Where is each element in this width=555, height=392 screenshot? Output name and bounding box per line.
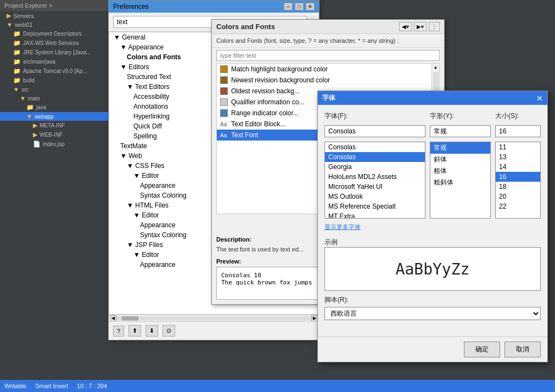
restore-button[interactable]: ⊙ xyxy=(162,325,175,337)
font-ok-button[interactable]: 确定 xyxy=(464,341,500,357)
font-size-item-13[interactable]: 13 xyxy=(496,152,540,162)
tree-webapp[interactable]: ▼ webapp xyxy=(0,112,108,121)
tree-java[interactable]: 📁 java xyxy=(0,103,108,112)
scroll-left-button[interactable]: ◀ xyxy=(110,315,116,322)
import-button[interactable]: ⬆ xyxy=(128,325,141,337)
colors-fonts-description: Colors and Fonts (font, size, type, ? = … xyxy=(212,34,444,48)
font-list-col: Consolas Consolas Georgia HoloLens MDL2 … xyxy=(324,142,425,219)
list-item-newest-revision[interactable]: Newest revision background color xyxy=(217,75,431,86)
font-size-item-14[interactable]: 14 xyxy=(496,162,540,172)
font-cancel-button[interactable]: 取消 xyxy=(504,341,541,357)
tree-item-label: index.jsp xyxy=(43,141,64,147)
show-more-fonts-link[interactable]: 显示更多字体 xyxy=(324,223,361,230)
tree-deployment[interactable]: 📁 Deployment Descriptors xyxy=(0,29,108,38)
tree-item-label: META-INF xyxy=(40,122,65,128)
font-style-list[interactable]: 常规 斜体 粗体 粗斜体 xyxy=(430,142,491,219)
tree-build[interactable]: 📁 build xyxy=(0,76,108,85)
folder-icon: 📁 xyxy=(13,49,21,56)
statusbar: Writable Smart Insert 10 : 7 : 204 xyxy=(0,380,555,392)
tree-tomcat[interactable]: 📁 Apache Tomcat v9.0 [Ap... xyxy=(0,66,108,76)
tree-src[interactable]: ▼ src xyxy=(0,85,108,94)
explorer-title: Project Explorer × xyxy=(0,0,108,11)
preferences-maximize-button[interactable]: □ xyxy=(295,3,304,10)
preferences-horizontal-scrollbar[interactable]: ◀ ▶ xyxy=(109,315,319,321)
font-size-list[interactable]: 11 13 14 16 18 20 22 xyxy=(495,142,541,219)
tree-item-label: JAX-WS Web Services xyxy=(23,40,79,46)
tree-web01[interactable]: ▼ web01 xyxy=(0,20,108,29)
font-list-item-ms-reference[interactable]: MS Reference Specialt xyxy=(325,201,425,211)
tree-item-label: web01 xyxy=(15,21,32,28)
colors-fonts-filter-input[interactable] xyxy=(216,50,440,61)
font-list-item-consolas-selected[interactable]: Consolas xyxy=(325,152,425,162)
tree-item-label: build xyxy=(23,77,35,83)
font-script-label: 脚本(R): xyxy=(324,295,541,305)
ide-left-panel: Project Explorer × ▶ Servers ▼ web01 📁 D… xyxy=(0,0,108,392)
font-list-item-consolas[interactable]: Consolas xyxy=(325,142,425,152)
font-size-item-16[interactable]: 16 xyxy=(496,172,540,182)
tree-metainf[interactable]: ▶ META-INF xyxy=(0,121,108,130)
tree-main[interactable]: ▼ main xyxy=(0,94,108,103)
forward-button[interactable]: ▶▾ xyxy=(414,22,427,31)
tree-item-label: Servers xyxy=(13,13,34,19)
preferences-minimize-button[interactable]: ─ xyxy=(284,3,293,10)
font-style-item-regular[interactable]: 常规 xyxy=(430,142,490,154)
font-dialog: 字体 ✕ 字体(F): 字形(Y): 大小(S): xyxy=(317,91,548,362)
font-script-select[interactable]: 西欧语言 xyxy=(324,307,541,320)
preferences-close-button[interactable]: ✕ xyxy=(306,3,315,10)
font-size-input[interactable] xyxy=(495,125,541,137)
folder-icon: 📁 xyxy=(13,77,21,84)
font-style-item-bold-italic[interactable]: 粗斜体 xyxy=(430,177,490,188)
tree-item-label: Apache Tomcat v9.0 [Ap... xyxy=(23,68,87,74)
font-show-more-row: 显示更多字体 xyxy=(324,223,541,231)
font-name-input[interactable] xyxy=(324,125,425,137)
help-button[interactable]: ? xyxy=(113,326,124,337)
font-preview-section: 示例 AaBbYyZz xyxy=(324,236,541,291)
tree-item-label: webapp xyxy=(35,114,54,120)
font-list-item-georgia[interactable]: Georgia xyxy=(325,162,425,172)
color-box xyxy=(220,98,228,106)
font-inputs-row xyxy=(324,125,541,137)
font-size-item-22[interactable]: 22 xyxy=(496,201,540,211)
font-list-item-mt-extra[interactable]: MT Extra xyxy=(325,211,425,219)
font-style-label: 字形(Y): xyxy=(430,111,491,121)
font-size-item-20[interactable]: 20 xyxy=(496,192,540,201)
font-name-list[interactable]: Consolas Consolas Georgia HoloLens MDL2 … xyxy=(324,142,425,219)
scroll-up-arrow[interactable]: ▲ xyxy=(433,64,439,71)
list-item-label: Newest revision background color xyxy=(231,76,330,84)
list-item-label: Range indicator color... xyxy=(231,109,299,117)
font-list-item-ms-outlook[interactable]: MS Outlook xyxy=(325,192,425,201)
font-style-item-bold[interactable]: 粗体 xyxy=(430,165,490,177)
font-indicator: Aa xyxy=(220,121,228,127)
export-button[interactable]: ⬇ xyxy=(145,325,158,337)
font-lists-row: Consolas Consolas Georgia HoloLens MDL2 … xyxy=(324,142,541,219)
tree-jre[interactable]: 📁 JRE System Library [Java... xyxy=(0,48,108,57)
folder-icon: 📁 xyxy=(13,68,21,75)
font-size-item-18[interactable]: 18 xyxy=(496,182,540,192)
font-size-item-11[interactable]: 11 xyxy=(496,142,540,152)
folder-icon: ▼ xyxy=(26,113,32,120)
tree-srcmain[interactable]: 📁 src/main/java xyxy=(0,57,108,66)
font-style-input[interactable] xyxy=(430,125,491,137)
back-button[interactable]: ◀▾ xyxy=(399,22,412,31)
list-item-match-highlight[interactable]: Match highlight background color xyxy=(217,64,431,75)
color-box xyxy=(220,65,228,73)
font-size-list-col: 11 13 14 16 18 20 22 xyxy=(495,142,541,219)
font-style-item-italic[interactable]: 斜体 xyxy=(430,154,490,165)
font-list-item-hololens[interactable]: HoloLens MDL2 Assets xyxy=(325,172,425,182)
preferences-bottom-bar: ? ⬆ ⬇ ⊙ xyxy=(109,321,319,340)
tree-webinf[interactable]: ▶ WEB-INF xyxy=(0,130,108,139)
tree-item-label: src/main/java xyxy=(23,59,55,65)
list-item-label: Text Editor Block... xyxy=(231,120,285,128)
font-close-button[interactable]: ✕ xyxy=(536,94,543,103)
tree-indexjsp[interactable]: 📄 index.jsp xyxy=(0,139,108,149)
tree-servers[interactable]: ▶ Servers xyxy=(0,11,108,20)
preferences-window-controls: ─ □ ✕ xyxy=(284,3,315,10)
scroll-thumb xyxy=(122,316,138,321)
tree-item-label: JRE System Library [Java... xyxy=(23,49,91,55)
project-explorer: Project Explorer × ▶ Servers ▼ web01 📁 D… xyxy=(0,0,108,149)
tree-item-label: Deployment Descriptors xyxy=(23,31,82,37)
font-indicator: Aa xyxy=(220,132,228,138)
tree-jaxws[interactable]: 📁 JAX-WS Web Services xyxy=(0,38,108,48)
more-button[interactable]: ⋮ xyxy=(429,22,440,31)
font-list-item-microsoft-yahei[interactable]: Microsoft YaHei UI xyxy=(325,182,425,192)
